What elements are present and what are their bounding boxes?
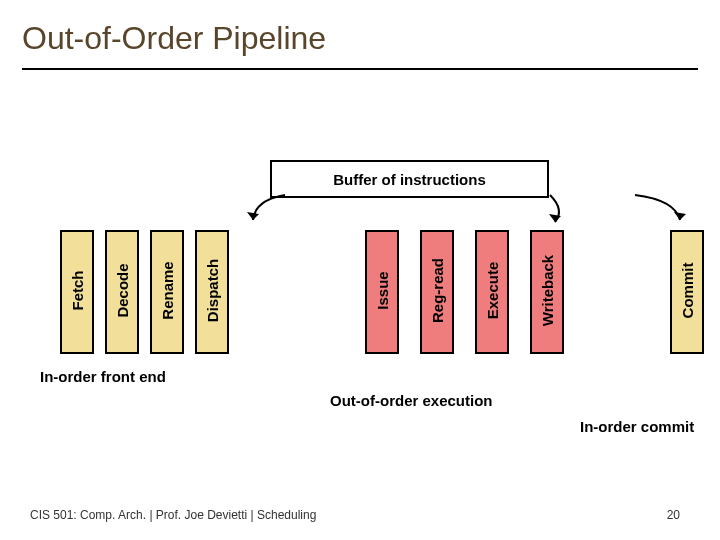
slide: Out-of-Order Pipeline Buffer of instruct… [0,0,720,540]
arrow-mid-icon [545,190,605,230]
svg-marker-2 [674,212,686,220]
stage-decode: Decode [105,230,139,354]
stage-commit: Commit [670,230,704,354]
front-end-label: In-order front end [40,368,166,385]
footer-text: CIS 501: Comp. Arch. | Prof. Joe Deviett… [30,508,316,522]
stage-label: Fetch [69,231,86,351]
stage-label: Reg-read [429,231,446,351]
stage-label: Writeback [539,231,556,351]
stage-label: Commit [679,231,696,351]
commit-label: In-order commit [580,418,694,435]
stage-label: Rename [159,231,176,351]
stage-label: Decode [114,231,131,351]
stage-label: Issue [374,231,391,351]
stage-label: Dispatch [204,231,221,351]
title-underline [22,68,698,70]
stage-label: Execute [484,231,501,351]
buffer-label: Buffer of instructions [333,171,486,188]
arrow-right-icon [630,190,690,230]
svg-marker-0 [247,212,259,220]
stage-writeback: Writeback [530,230,564,354]
svg-marker-1 [549,214,561,222]
stage-issue: Issue [365,230,399,354]
stage-rename: Rename [150,230,184,354]
page-number: 20 [667,508,680,522]
ooo-label: Out-of-order execution [330,392,493,409]
buffer-of-instructions-box: Buffer of instructions [270,160,549,198]
page-title: Out-of-Order Pipeline [22,20,326,57]
stage-execute: Execute [475,230,509,354]
stage-regread: Reg-read [420,230,454,354]
stage-dispatch: Dispatch [195,230,229,354]
stage-fetch: Fetch [60,230,94,354]
